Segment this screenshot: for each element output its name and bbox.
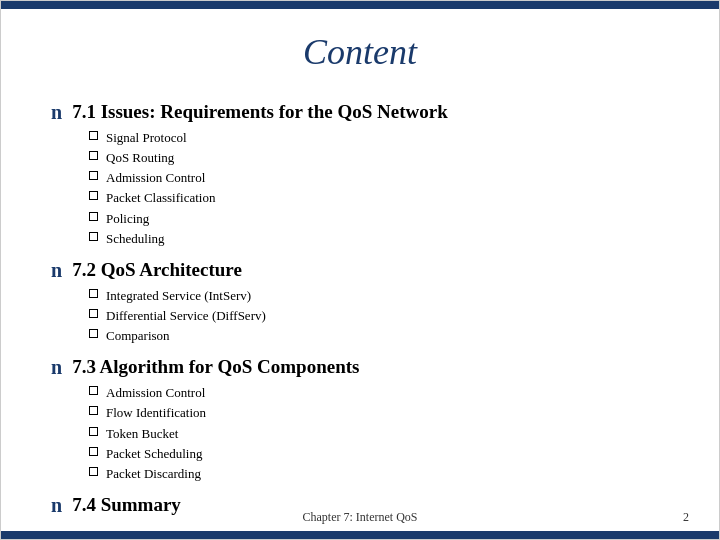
sub-bullet-icon	[89, 329, 98, 338]
bullet-3: n	[51, 356, 62, 379]
sub-bullet-icon	[89, 171, 98, 180]
section-label-3: 7.3 Algorithm for QoS Components	[72, 356, 359, 378]
list-item: Comparison	[89, 326, 669, 346]
sub-list-1: Signal Protocol QoS Routing Admission Co…	[89, 128, 669, 249]
list-item: Integrated Service (IntServ)	[89, 286, 669, 306]
list-item: Packet Discarding	[89, 464, 669, 484]
content-area: n 7.1 Issues: Requirements for the QoS N…	[1, 101, 719, 540]
bullet-2: n	[51, 259, 62, 282]
section-label-1: 7.1 Issues: Requirements for the QoS Net…	[72, 101, 448, 123]
list-item: QoS Routing	[89, 148, 669, 168]
bottom-bar	[1, 531, 719, 539]
list-item: Flow Identification	[89, 403, 669, 423]
top-bar	[1, 1, 719, 9]
list-item: Differential Service (DiffServ)	[89, 306, 669, 326]
sub-bullet-icon	[89, 151, 98, 160]
bullet-1: n	[51, 101, 62, 124]
footer: Chapter 7: Internet QoS	[1, 510, 719, 525]
sub-bullet-icon	[89, 309, 98, 318]
sub-bullet-icon	[89, 191, 98, 200]
list-item: Token Bucket	[89, 424, 669, 444]
slide-title: Content	[1, 1, 719, 91]
sub-bullet-icon	[89, 131, 98, 140]
sub-bullet-icon	[89, 386, 98, 395]
sub-bullet-icon	[89, 467, 98, 476]
slide: Content n 7.1 Issues: Requirements for t…	[0, 0, 720, 540]
section-label-2: 7.2 QoS Architecture	[72, 259, 242, 281]
sub-bullet-icon	[89, 232, 98, 241]
section-header-2: n 7.2 QoS Architecture	[51, 259, 669, 282]
list-item: Policing	[89, 209, 669, 229]
section-header-1: n 7.1 Issues: Requirements for the QoS N…	[51, 101, 669, 124]
sub-list-3: Admission Control Flow Identification To…	[89, 383, 669, 484]
list-item: Packet Classification	[89, 188, 669, 208]
sub-bullet-icon	[89, 289, 98, 298]
sub-bullet-icon	[89, 427, 98, 436]
sub-bullet-icon	[89, 212, 98, 221]
list-item: Admission Control	[89, 383, 669, 403]
footer-page-number: 2	[683, 510, 689, 525]
list-item: Signal Protocol	[89, 128, 669, 148]
sub-list-2: Integrated Service (IntServ) Differentia…	[89, 286, 669, 346]
list-item: Scheduling	[89, 229, 669, 249]
footer-center-text: Chapter 7: Internet QoS	[303, 510, 418, 525]
sub-bullet-icon	[89, 406, 98, 415]
list-item: Packet Scheduling	[89, 444, 669, 464]
sub-bullet-icon	[89, 447, 98, 456]
list-item: Admission Control	[89, 168, 669, 188]
section-header-3: n 7.3 Algorithm for QoS Components	[51, 356, 669, 379]
